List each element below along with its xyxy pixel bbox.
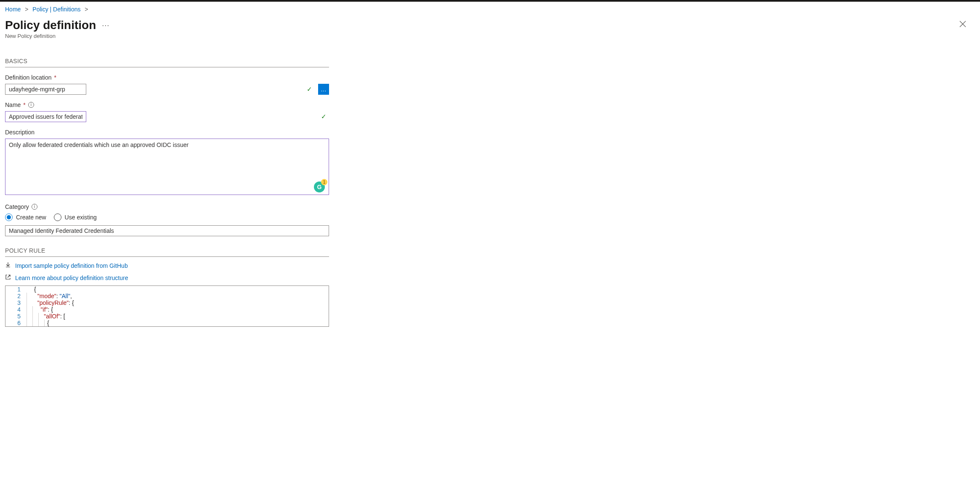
info-icon[interactable]: i [28,102,34,108]
check-icon: ✓ [321,113,327,120]
breadcrumb-sep: > [82,6,90,13]
section-policy-rule: POLICY RULE [5,247,329,257]
radio-icon [54,213,61,221]
required-indicator: * [54,74,56,81]
description-input[interactable]: Only allow federated credentials which u… [5,139,329,195]
policy-rule-editor[interactable]: 1{ 2 "mode": "All", 3 "policyRule": { 4 … [5,286,329,327]
grammarly-badge: 1 [321,179,327,185]
check-icon: ✓ [307,85,312,93]
radio-create-new[interactable]: Create new [5,213,46,221]
radio-create-new-label: Create new [16,214,46,221]
required-indicator: * [23,101,25,108]
name-input[interactable] [5,111,86,122]
external-link-icon [5,274,12,281]
download-icon [5,262,12,269]
info-icon[interactable]: i [32,204,37,210]
close-button[interactable] [959,19,975,30]
grammarly-widget[interactable]: G 1 [314,181,325,192]
label-definition-location: Definition location [5,74,52,81]
radio-use-existing[interactable]: Use existing [54,213,97,221]
more-actions-button[interactable]: ··· [102,21,109,30]
radio-use-existing-label: Use existing [65,214,97,221]
breadcrumb-home[interactable]: Home [5,6,21,13]
section-basics: BASICS [5,58,329,67]
radio-icon [5,213,13,221]
label-description: Description [5,129,35,136]
page-title: Policy definition [5,19,96,32]
learn-more-link[interactable]: Learn more about policy definition struc… [15,275,128,281]
import-github-link[interactable]: Import sample policy definition from Git… [15,262,128,269]
definition-location-picker-button[interactable]: … [318,84,329,95]
label-category: Category [5,203,29,210]
breadcrumb-policy-definitions[interactable]: Policy | Definitions [32,6,80,13]
category-input[interactable] [5,225,329,236]
breadcrumb-sep: > [22,6,31,13]
close-icon [959,20,967,28]
breadcrumb: Home > Policy | Definitions > [5,2,975,15]
definition-location-input[interactable] [5,84,86,95]
page-subtitle: New Policy definition [5,33,975,39]
label-name: Name [5,101,21,108]
